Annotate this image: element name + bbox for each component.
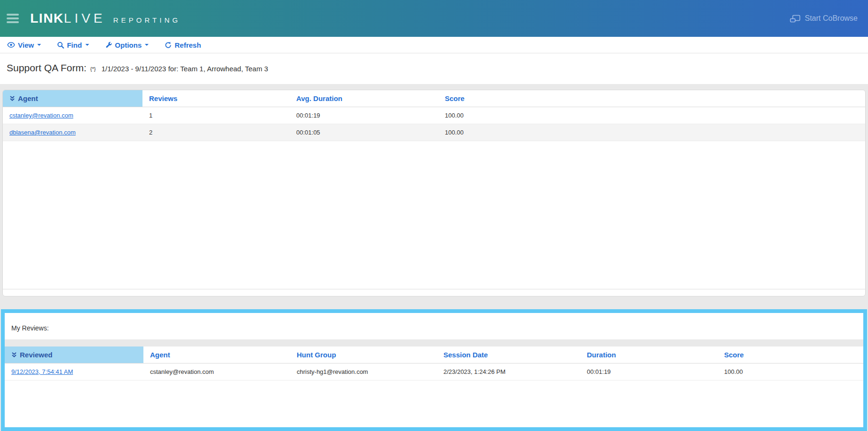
column-header-reviewed[interactable]: Reviewed: [5, 346, 143, 363]
my-reviews-label: My Reviews:: [5, 313, 863, 339]
find-menu-button[interactable]: Find: [57, 41, 89, 49]
options-menu-label: Options: [115, 41, 142, 49]
column-header-session-date-label: Session Date: [443, 351, 488, 359]
table-row: cstanley@revation.com 1 00:01:19 100.00: [3, 107, 865, 124]
column-header-score-label: Score: [724, 351, 744, 359]
logo-reporting: REPORTING: [113, 16, 181, 24]
table-empty-area: [3, 141, 865, 289]
avg-duration-cell: 00:01:19: [290, 112, 438, 119]
logo-link: LINK: [30, 11, 64, 26]
score-cell: 100.00: [438, 129, 865, 136]
column-header-reviews-label: Reviews: [149, 94, 177, 102]
column-header-reviewed-label: Reviewed: [20, 351, 52, 359]
agent-link[interactable]: cstanley@revation.com: [9, 112, 73, 119]
column-header-agent-label: Agent: [18, 94, 38, 102]
column-header-agent[interactable]: Agent: [143, 346, 290, 363]
reviews-cell: 1: [142, 112, 290, 119]
refresh-button[interactable]: Refresh: [165, 41, 201, 49]
view-menu-label: View: [18, 41, 34, 49]
cobrowse-screen-icon: [790, 15, 801, 23]
column-header-agent-label: Agent: [150, 351, 170, 359]
page-title-row: Support QA Form: {*} 1/1/2023 - 9/11/202…: [0, 53, 868, 84]
reviews-cell: 2: [142, 129, 290, 136]
column-header-avg-duration[interactable]: Avg. Duration: [290, 90, 438, 107]
hunt-group-cell: christy-hg1@revation.com: [290, 368, 437, 375]
table-row: 9/12/2023, 7:54:41 AM cstanley@revation.…: [5, 363, 863, 380]
avg-duration-cell: 00:01:05: [290, 129, 438, 136]
view-menu-button[interactable]: View: [7, 41, 41, 49]
agent-cell: cstanley@revation.com: [3, 112, 142, 119]
agent-cell: dblasena@revation.com: [3, 129, 142, 136]
report-range-subtitle: 1/1/2023 - 9/11/2023 for: Team 1, Arrowh…: [101, 65, 268, 73]
score-cell: 100.00: [438, 112, 865, 119]
column-header-score-label: Score: [445, 94, 465, 102]
find-menu-label: Find: [67, 41, 82, 49]
column-header-score[interactable]: Score: [438, 90, 865, 107]
search-icon: [57, 42, 64, 49]
reviewed-cell: 9/12/2023, 7:54:41 AM: [5, 368, 143, 375]
wrench-icon: [105, 42, 112, 49]
column-header-hunt-group-label: Hunt Group: [297, 351, 336, 359]
page-title: Support QA Form:: [7, 62, 86, 74]
reviewed-link[interactable]: 9/12/2023, 7:54:41 AM: [11, 368, 73, 375]
sort-descending-icon: [9, 95, 15, 101]
score-cell: 100.00: [718, 368, 863, 375]
eye-icon: [7, 42, 15, 48]
refresh-label: Refresh: [175, 41, 201, 49]
menu-hamburger-icon[interactable]: [7, 14, 19, 23]
refresh-icon: [165, 42, 172, 49]
column-header-avg-duration-label: Avg. Duration: [296, 94, 342, 102]
title-badge: {*}: [90, 66, 96, 72]
my-reviews-section: My Reviews: Reviewed Agent Hunt Group Se…: [1, 309, 867, 431]
column-header-duration-label: Duration: [587, 351, 616, 359]
options-menu-button[interactable]: Options: [105, 41, 149, 49]
table-row: dblasena@revation.com 2 00:01:05 100.00: [3, 124, 865, 141]
my-reviews-table-header-row: Reviewed Agent Hunt Group Session Date D…: [5, 346, 863, 363]
logo-live: LIVE: [64, 11, 106, 26]
content-area: Agent Reviews Avg. Duration Score cstanl…: [0, 84, 868, 431]
agent-cell: cstanley@revation.com: [143, 368, 290, 375]
agents-summary-panel: Agent Reviews Avg. Duration Score cstanl…: [2, 90, 866, 296]
toolbar: View Find Options Refresh: [0, 37, 868, 53]
caret-down-icon: [145, 44, 149, 46]
column-header-session-date[interactable]: Session Date: [437, 346, 580, 363]
column-header-agent[interactable]: Agent: [3, 90, 142, 107]
caret-down-icon: [85, 44, 89, 46]
column-header-hunt-group[interactable]: Hunt Group: [290, 346, 437, 363]
agents-table-header-row: Agent Reviews Avg. Duration Score: [3, 90, 865, 107]
start-cobrowse-label: Start CoBrowse: [805, 14, 858, 23]
sort-descending-icon: [11, 352, 17, 358]
session-date-cell: 2/23/2023, 1:24:26 PM: [437, 368, 580, 375]
agent-link[interactable]: dblasena@revation.com: [9, 129, 75, 136]
section-divider: [5, 339, 863, 346]
duration-cell: 00:01:19: [580, 368, 718, 375]
app-logo: LINKLIVE REPORTING: [30, 11, 181, 26]
column-header-score[interactable]: Score: [718, 346, 863, 363]
app-header: LINKLIVE REPORTING Start CoBrowse: [0, 0, 868, 37]
start-cobrowse-button[interactable]: Start CoBrowse: [790, 14, 858, 23]
column-header-reviews[interactable]: Reviews: [142, 90, 290, 107]
column-header-duration[interactable]: Duration: [580, 346, 718, 363]
caret-down-icon: [37, 44, 41, 46]
